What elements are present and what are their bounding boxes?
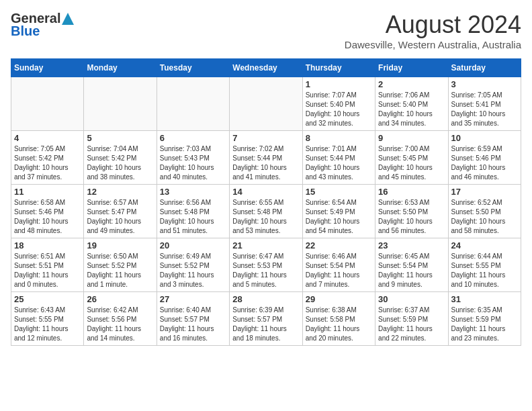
day-number: 3 bbox=[451, 79, 518, 89]
weekday-header-tuesday: Tuesday bbox=[157, 59, 229, 77]
location: Dawesville, Western Australia, Australia bbox=[345, 39, 521, 50]
day-number: 8 bbox=[306, 133, 372, 143]
day-number: 12 bbox=[87, 187, 153, 197]
day-number: 20 bbox=[160, 240, 226, 250]
calendar-cell: 21Sunrise: 6:47 AM Sunset: 5:53 PM Dayli… bbox=[230, 238, 302, 292]
day-number: 10 bbox=[451, 133, 518, 143]
calendar-cell: 6Sunrise: 7:03 AM Sunset: 5:43 PM Daylig… bbox=[157, 131, 229, 185]
calendar-cell: 16Sunrise: 6:53 AM Sunset: 5:50 PM Dayli… bbox=[375, 185, 448, 238]
day-number: 31 bbox=[451, 294, 518, 304]
day-number: 21 bbox=[232, 240, 299, 250]
weekday-header-friday: Friday bbox=[375, 59, 448, 77]
day-info: Sunrise: 6:51 AM Sunset: 5:51 PM Dayligh… bbox=[14, 252, 81, 289]
day-info: Sunrise: 6:49 AM Sunset: 5:52 PM Dayligh… bbox=[160, 252, 226, 289]
calendar-cell: 7Sunrise: 7:02 AM Sunset: 5:44 PM Daylig… bbox=[230, 131, 302, 185]
day-info: Sunrise: 6:35 AM Sunset: 5:59 PM Dayligh… bbox=[451, 306, 518, 343]
day-info: Sunrise: 7:07 AM Sunset: 5:40 PM Dayligh… bbox=[306, 91, 372, 128]
weekday-header-wednesday: Wednesday bbox=[230, 59, 302, 77]
weekday-header-sunday: Sunday bbox=[11, 59, 84, 77]
day-info: Sunrise: 7:01 AM Sunset: 5:44 PM Dayligh… bbox=[306, 144, 372, 182]
day-number: 1 bbox=[306, 79, 372, 89]
day-info: Sunrise: 7:05 AM Sunset: 5:41 PM Dayligh… bbox=[451, 91, 518, 128]
day-info: Sunrise: 7:05 AM Sunset: 5:42 PM Dayligh… bbox=[14, 144, 81, 182]
day-info: Sunrise: 6:43 AM Sunset: 5:55 PM Dayligh… bbox=[14, 306, 81, 343]
calendar-cell: 28Sunrise: 6:39 AM Sunset: 5:57 PM Dayli… bbox=[230, 292, 302, 346]
logo-blue: Blue bbox=[11, 24, 40, 39]
day-info: Sunrise: 7:00 AM Sunset: 5:45 PM Dayligh… bbox=[378, 144, 445, 182]
logo: General Blue bbox=[11, 11, 74, 39]
day-info: Sunrise: 6:44 AM Sunset: 5:55 PM Dayligh… bbox=[451, 252, 518, 289]
day-number: 2 bbox=[378, 79, 445, 89]
day-info: Sunrise: 6:53 AM Sunset: 5:50 PM Dayligh… bbox=[378, 198, 445, 236]
calendar-cell bbox=[11, 77, 84, 131]
day-info: Sunrise: 6:47 AM Sunset: 5:53 PM Dayligh… bbox=[232, 252, 299, 289]
calendar-cell: 23Sunrise: 6:45 AM Sunset: 5:54 PM Dayli… bbox=[375, 238, 448, 292]
day-number: 13 bbox=[160, 187, 226, 197]
calendar-cell: 25Sunrise: 6:43 AM Sunset: 5:55 PM Dayli… bbox=[11, 292, 84, 346]
day-number: 28 bbox=[232, 294, 299, 304]
calendar-cell: 17Sunrise: 6:52 AM Sunset: 5:50 PM Dayli… bbox=[448, 185, 521, 238]
day-info: Sunrise: 6:50 AM Sunset: 5:52 PM Dayligh… bbox=[87, 252, 153, 289]
calendar-cell: 29Sunrise: 6:38 AM Sunset: 5:58 PM Dayli… bbox=[302, 292, 375, 346]
calendar-cell: 18Sunrise: 6:51 AM Sunset: 5:51 PM Dayli… bbox=[11, 238, 84, 292]
day-number: 16 bbox=[378, 187, 445, 197]
calendar-cell: 2Sunrise: 7:06 AM Sunset: 5:40 PM Daylig… bbox=[375, 77, 448, 131]
weekday-header-row: SundayMondayTuesdayWednesdayThursdayFrid… bbox=[11, 59, 521, 77]
calendar-cell bbox=[84, 77, 157, 131]
week-row-5: 25Sunrise: 6:43 AM Sunset: 5:55 PM Dayli… bbox=[11, 292, 521, 346]
calendar-cell: 1Sunrise: 7:07 AM Sunset: 5:40 PM Daylig… bbox=[302, 77, 375, 131]
day-number: 25 bbox=[14, 294, 81, 304]
calendar-cell: 19Sunrise: 6:50 AM Sunset: 5:52 PM Dayli… bbox=[84, 238, 157, 292]
day-number: 14 bbox=[232, 187, 299, 197]
day-number: 29 bbox=[306, 294, 372, 304]
day-info: Sunrise: 6:56 AM Sunset: 5:48 PM Dayligh… bbox=[160, 198, 226, 236]
day-number: 22 bbox=[306, 240, 372, 250]
calendar-cell bbox=[230, 77, 302, 131]
calendar-cell: 3Sunrise: 7:05 AM Sunset: 5:41 PM Daylig… bbox=[448, 77, 521, 131]
day-number: 6 bbox=[160, 133, 226, 143]
calendar-cell: 20Sunrise: 6:49 AM Sunset: 5:52 PM Dayli… bbox=[157, 238, 229, 292]
calendar-cell: 30Sunrise: 6:37 AM Sunset: 5:59 PM Dayli… bbox=[375, 292, 448, 346]
week-row-3: 11Sunrise: 6:58 AM Sunset: 5:46 PM Dayli… bbox=[11, 185, 521, 238]
calendar-cell: 14Sunrise: 6:55 AM Sunset: 5:48 PM Dayli… bbox=[230, 185, 302, 238]
day-number: 9 bbox=[378, 133, 445, 143]
day-info: Sunrise: 6:58 AM Sunset: 5:46 PM Dayligh… bbox=[14, 198, 81, 236]
day-number: 7 bbox=[232, 133, 299, 143]
calendar-cell: 9Sunrise: 7:00 AM Sunset: 5:45 PM Daylig… bbox=[375, 131, 448, 185]
week-row-2: 4Sunrise: 7:05 AM Sunset: 5:42 PM Daylig… bbox=[11, 131, 521, 185]
day-info: Sunrise: 6:52 AM Sunset: 5:50 PM Dayligh… bbox=[451, 198, 518, 236]
calendar-cell: 12Sunrise: 6:57 AM Sunset: 5:47 PM Dayli… bbox=[84, 185, 157, 238]
calendar-cell: 13Sunrise: 6:56 AM Sunset: 5:48 PM Dayli… bbox=[157, 185, 229, 238]
calendar-cell: 11Sunrise: 6:58 AM Sunset: 5:46 PM Dayli… bbox=[11, 185, 84, 238]
day-info: Sunrise: 6:42 AM Sunset: 5:56 PM Dayligh… bbox=[87, 306, 153, 343]
day-number: 11 bbox=[14, 187, 81, 197]
day-number: 15 bbox=[306, 187, 372, 197]
day-info: Sunrise: 6:46 AM Sunset: 5:54 PM Dayligh… bbox=[306, 252, 372, 289]
month-year: August 2024 bbox=[345, 11, 521, 39]
page-header: General Blue August 2024 Dawesville, Wes… bbox=[11, 11, 521, 50]
title-block: August 2024 Dawesville, Western Australi… bbox=[345, 11, 521, 50]
svg-marker-0 bbox=[62, 13, 74, 25]
day-info: Sunrise: 7:06 AM Sunset: 5:40 PM Dayligh… bbox=[378, 91, 445, 128]
calendar-cell: 5Sunrise: 7:04 AM Sunset: 5:42 PM Daylig… bbox=[84, 131, 157, 185]
calendar-cell: 24Sunrise: 6:44 AM Sunset: 5:55 PM Dayli… bbox=[448, 238, 521, 292]
day-info: Sunrise: 6:55 AM Sunset: 5:48 PM Dayligh… bbox=[232, 198, 299, 236]
day-number: 5 bbox=[87, 133, 153, 143]
day-info: Sunrise: 6:40 AM Sunset: 5:57 PM Dayligh… bbox=[160, 306, 226, 343]
day-number: 30 bbox=[378, 294, 445, 304]
calendar-cell: 4Sunrise: 7:05 AM Sunset: 5:42 PM Daylig… bbox=[11, 131, 84, 185]
day-info: Sunrise: 6:37 AM Sunset: 5:59 PM Dayligh… bbox=[378, 306, 445, 343]
day-number: 4 bbox=[14, 133, 81, 143]
day-number: 23 bbox=[378, 240, 445, 250]
day-number: 27 bbox=[160, 294, 226, 304]
calendar-cell bbox=[157, 77, 229, 131]
calendar-cell: 26Sunrise: 6:42 AM Sunset: 5:56 PM Dayli… bbox=[84, 292, 157, 346]
day-info: Sunrise: 6:57 AM Sunset: 5:47 PM Dayligh… bbox=[87, 198, 153, 236]
day-info: Sunrise: 6:38 AM Sunset: 5:58 PM Dayligh… bbox=[306, 306, 372, 343]
day-info: Sunrise: 6:59 AM Sunset: 5:46 PM Dayligh… bbox=[451, 144, 518, 182]
calendar-cell: 8Sunrise: 7:01 AM Sunset: 5:44 PM Daylig… bbox=[302, 131, 375, 185]
day-number: 19 bbox=[87, 240, 153, 250]
weekday-header-monday: Monday bbox=[84, 59, 157, 77]
calendar-table: SundayMondayTuesdayWednesdayThursdayFrid… bbox=[11, 58, 521, 346]
day-info: Sunrise: 7:04 AM Sunset: 5:42 PM Dayligh… bbox=[87, 144, 153, 182]
